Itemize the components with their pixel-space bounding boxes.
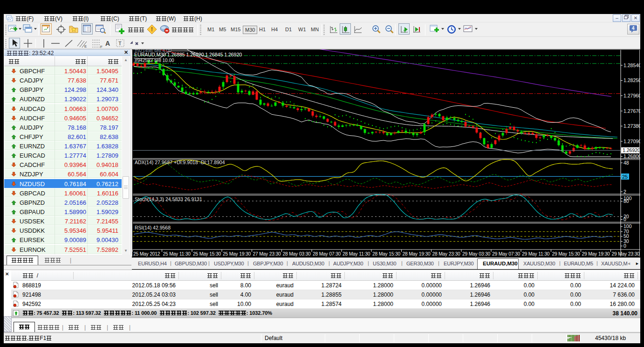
svg-text:28 May 23:30: 28 May 23:30: [432, 251, 460, 257]
svg-text:25 May 19:30: 25 May 19:30: [223, 251, 251, 257]
svg-text:T: T: [118, 41, 122, 46]
svg-text:48: 48: [623, 160, 629, 166]
svg-text:E: E: [84, 44, 87, 48]
svg-text:F: F: [100, 45, 103, 48]
svg-text:#942592 sell 10.00: #942592 sell 10.00: [135, 58, 174, 63]
svg-text:28 May 07:30: 28 May 07:30: [313, 251, 341, 257]
svg-text:RSI(14) 42.9568: RSI(14) 42.9568: [135, 225, 171, 230]
svg-text:28 May 11:30: 28 May 11:30: [343, 251, 370, 257]
svg-text:25: 25: [622, 174, 628, 180]
svg-text:ADX(14) 27.9687 +DI:9.9018 -DI: ADX(14) 27.9687 +DI:9.9018 -DI:17.8904: [135, 160, 225, 165]
svg-text:25 May 2012: 25 May 2012: [133, 251, 160, 257]
svg-text:EURAUD,M30 1.26885 1.26920 1.: EURAUD,M30 1.26885 1.26920 1.26845 1.269…: [134, 52, 242, 57]
svg-text:27 May 23:30: 27 May 23:30: [253, 251, 281, 257]
svg-text:29 May 23:30: 29 May 23:30: [612, 251, 640, 257]
svg-text:29 May 19:30: 29 May 19:30: [582, 251, 610, 257]
svg-text:!: !: [151, 26, 153, 33]
svg-text:1.27670: 1.27670: [623, 108, 640, 114]
svg-text:80: 80: [623, 198, 629, 204]
svg-text:1.27380: 1.27380: [623, 123, 640, 129]
svg-text:29 May 15:30: 29 May 15:30: [552, 251, 580, 257]
svg-text:Stoch(14,3,3) 24.5833 26.9131: Stoch(14,3,3) 24.5833 26.9131: [135, 196, 202, 202]
svg-text:29 May 11:30: 29 May 11:30: [522, 251, 550, 257]
svg-text:1.28250: 1.28250: [623, 77, 640, 83]
svg-text:1.27960: 1.27960: [623, 93, 640, 98]
svg-text:1.28540: 1.28540: [623, 62, 640, 68]
svg-text:28 May 03:30: 28 May 03:30: [283, 251, 311, 257]
svg-text:2: 2: [623, 189, 626, 194]
svg-text:29 May 07:30: 29 May 07:30: [492, 251, 520, 257]
svg-text:0: 0: [623, 243, 626, 249]
svg-text:29 May 03:30: 29 May 03:30: [462, 251, 490, 257]
svg-text:28 May 15:30: 28 May 15:30: [372, 251, 400, 257]
svg-text:1.27090: 1.27090: [623, 139, 640, 144]
svg-text:1.26800: 1.26800: [623, 153, 640, 159]
svg-text:0: 0: [623, 216, 626, 222]
svg-text:25 May 11:30: 25 May 11:30: [163, 251, 191, 257]
svg-text:1.26920: 1.26920: [623, 147, 640, 153]
svg-text:25 May 15:30: 25 May 15:30: [193, 251, 221, 257]
svg-text:4: 4: [632, 26, 635, 31]
svg-text:28 May 19:30: 28 May 19:30: [403, 251, 431, 257]
